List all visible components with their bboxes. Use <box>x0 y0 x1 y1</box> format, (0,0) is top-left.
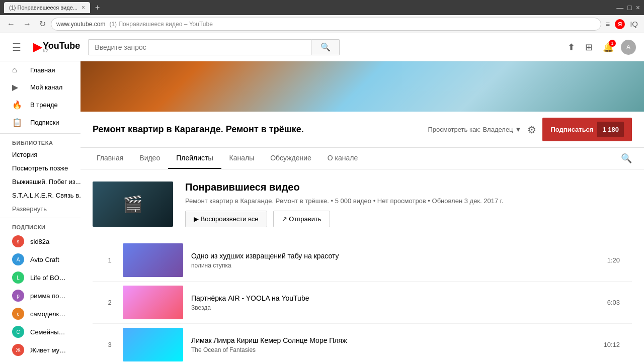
address-page-title: (1) Понравившееся видео – YouTube <box>109 21 212 28</box>
search-container: 🔍 <box>88 39 340 55</box>
address-bar[interactable]: www.youtube.com (1) Понравившееся видео … <box>51 18 601 31</box>
browser-actions: ≡ Я IQ <box>603 18 640 30</box>
sidebar-item-playlist-1[interactable]: Выживший. Побег из... <box>0 175 80 189</box>
maximize-button[interactable]: □ <box>627 4 631 12</box>
table-row[interactable]: 3 Лимак Лимра Кириш Кемер Солнце Море Пл… <box>93 324 632 362</box>
channel-info: Ремонт квартир в Караганде. Ремонт в трё… <box>80 112 644 148</box>
youtube-header: ☰ ▶ YouTube KZ 🔍 ⬆ ⊞ 🔔 1 A <box>0 33 644 61</box>
apps-button[interactable]: ⊞ <box>582 39 596 56</box>
subscription-label-3: римма полик <box>30 292 68 300</box>
sidebar-subscription-0[interactable]: ssid82a <box>0 232 80 250</box>
tab-home[interactable]: Главная <box>89 148 131 169</box>
video-title-0: Одно из худших извращений табу на красот… <box>191 252 599 260</box>
video-number-1: 2 <box>105 299 115 306</box>
notification-button[interactable]: 🔔 1 <box>600 39 617 56</box>
tab-discussion[interactable]: Обсуждение <box>262 148 319 169</box>
playlist-meta: Ремонт квартир в Караганде. Ремонт в трё… <box>185 197 632 205</box>
video-channel-1: Звезда <box>191 304 599 311</box>
subscription-label-1: Avto Craft <box>30 256 68 263</box>
sidebar-subscription-1[interactable]: AAvto Craft <box>0 250 80 268</box>
subscriber-count: 1 180 <box>597 122 624 137</box>
channel-settings-icon[interactable]: ⚙ <box>527 124 536 136</box>
subscription-label-5: Семейный канал Рум... <box>30 328 68 336</box>
sidebar-item-playlist-2[interactable]: S.T.A.L.K.E.R. Связь в... <box>0 189 80 202</box>
search-button[interactable]: 🔍 <box>311 39 340 55</box>
sidebar-item-watch-later[interactable]: Посмотреть позже <box>0 161 80 175</box>
sidebar-subscription-6[interactable]: ЖЖивет мужик в дере... <box>0 341 80 359</box>
refresh-button[interactable]: ↻ <box>36 17 49 31</box>
sidebar-item-home[interactable]: ⌂ Главная <box>0 61 80 78</box>
browser-tab[interactable]: (1) Понравившееся виде... × <box>4 2 90 13</box>
sidebar-subscription-4[interactable]: ссамоделки 62 <box>0 305 80 323</box>
video-duration-1: 6:03 <box>607 299 620 306</box>
new-tab-button[interactable]: + <box>95 3 100 12</box>
browser-chrome: (1) Понравившееся виде... × + — □ × <box>0 0 644 15</box>
youtube-main: ⌂ Главная ▶ Мой канал 🔥 В тренде 📋 Подпи… <box>0 61 644 362</box>
sidebar-watch-later-label: Посмотреть позже <box>12 164 68 172</box>
video-thumbnail-1 <box>123 286 183 319</box>
iq-button[interactable]: IQ <box>628 18 640 30</box>
sidebar-item-trending[interactable]: 🔥 В тренде <box>0 96 80 114</box>
minimize-button[interactable]: — <box>616 4 623 12</box>
banner-gradient <box>80 61 644 112</box>
tab-close-button[interactable]: × <box>82 4 85 11</box>
subscriptions-icon: 📋 <box>12 118 22 127</box>
sidebar-subscription-7[interactable]: ППутешествие под му... <box>0 359 80 362</box>
sidebar-trending-label: В тренде <box>30 101 58 109</box>
playlist-actions: ▶ Воспроизвести все ↗ Отправить <box>185 211 632 227</box>
video-number-2: 3 <box>105 341 115 348</box>
search-input[interactable] <box>88 39 311 55</box>
tab-search-icon[interactable]: 🔍 <box>617 149 636 168</box>
share-button[interactable]: ↗ Отправить <box>273 211 330 227</box>
hamburger-menu[interactable]: ☰ <box>8 37 25 57</box>
sidebar-section-library: БИБЛИОТЕКА <box>0 136 80 148</box>
browser-menu-icon[interactable]: ≡ <box>603 18 612 30</box>
content-area: Ремонт квартир в Караганде. Ремонт в трё… <box>80 61 644 362</box>
table-row[interactable]: 2 Партнёрка AIR - YOOLA на YouTube Звезд… <box>93 282 632 324</box>
video-duration-2: 10:12 <box>603 341 620 348</box>
youtube-logo[interactable]: ▶ YouTube KZ <box>33 41 80 54</box>
header-actions: ⬆ ⊞ 🔔 1 A <box>565 39 636 56</box>
tab-playlists[interactable]: Плейлисты <box>168 148 221 169</box>
subscription-label-2: Life of BORIS <box>30 274 68 282</box>
tab-about[interactable]: О канале <box>319 148 366 169</box>
play-all-button[interactable]: ▶ Воспроизвести все <box>185 211 267 227</box>
sidebar-section-subscriptions: ПОДПИСКИ <box>0 220 80 232</box>
view-as-selector[interactable]: Просмотреть как: Владелец ▼ <box>428 126 521 133</box>
sidebar-divider-1 <box>0 133 80 134</box>
upload-button[interactable]: ⬆ <box>565 39 578 56</box>
video-list: 1 Одно из худших извращений табу на крас… <box>93 239 632 362</box>
video-details-0: Одно из худших извращений табу на красот… <box>191 252 599 269</box>
sidebar-item-subscriptions[interactable]: 📋 Подписки <box>0 114 80 131</box>
forward-button[interactable]: → <box>20 18 34 31</box>
tab-video[interactable]: Видео <box>131 148 168 169</box>
notification-badge: 1 <box>609 40 616 47</box>
subscription-label-0: sid82a <box>30 238 68 245</box>
address-text: www.youtube.com <box>56 21 105 28</box>
playlist-thumb-image: 🎬 <box>93 182 173 227</box>
sidebar-subscription-5[interactable]: ССемейный канал Рум... <box>0 323 80 341</box>
sidebar-subscriptions-label: Подписки <box>30 119 59 126</box>
table-row[interactable]: 1 Одно из худших извращений табу на крас… <box>93 239 632 282</box>
sidebar-home-label: Главная <box>30 66 55 74</box>
playlist-thumbnail[interactable]: 🎬 <box>93 182 173 227</box>
subscribe-button[interactable]: Подписаться 1 180 <box>542 118 632 141</box>
user-avatar[interactable]: A <box>621 40 636 55</box>
subscriptions-list: ssid82aAAvto CraftLLife of BORISрримма п… <box>0 232 80 362</box>
home-icon: ⌂ <box>12 65 22 74</box>
sidebar-item-history[interactable]: История <box>0 148 80 161</box>
expand-link[interactable]: Развернуть <box>0 202 80 216</box>
video-details-2: Лимак Лимра Кириш Кемер Солнце Море Пляж… <box>191 336 595 353</box>
channel-icon: ▶ <box>12 82 22 92</box>
view-as-chevron: ▼ <box>515 126 522 133</box>
sidebar-subscription-2[interactable]: LLife of BORIS <box>0 268 80 287</box>
channel-actions: Просмотреть как: Владелец ▼ ⚙ Подписатьс… <box>428 118 632 141</box>
sidebar-playlist-2-label: S.T.A.L.K.E.R. Связь в... <box>12 192 80 199</box>
channel-title: Ремонт квартир в Караганде. Ремонт в трё… <box>93 124 304 135</box>
sidebar-item-mychannel[interactable]: ▶ Мой канал <box>0 78 80 96</box>
window-close-button[interactable]: × <box>636 4 640 12</box>
tab-channels[interactable]: Каналы <box>221 148 263 169</box>
back-button[interactable]: ← <box>4 18 18 31</box>
sidebar-subscription-3[interactable]: рримма полик <box>0 287 80 305</box>
subscription-label-4: самоделки 62 <box>30 310 68 318</box>
